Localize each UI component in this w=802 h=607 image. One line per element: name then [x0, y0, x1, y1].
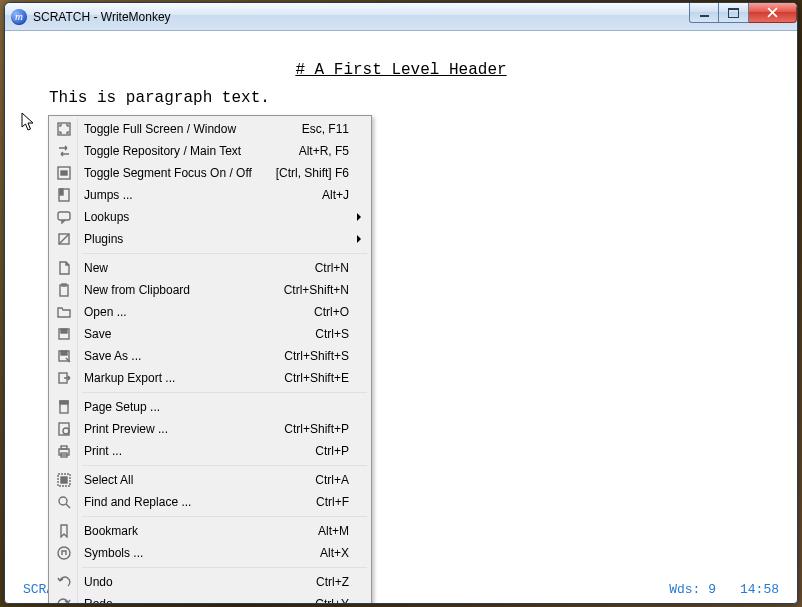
menu-item-shortcut: Ctrl+Z — [316, 575, 349, 589]
menu-item-shortcut: Ctrl+A — [315, 473, 349, 487]
menu-item-undo[interactable]: UndoCtrl+Z — [51, 571, 369, 593]
menu-separator — [82, 253, 367, 254]
menu-item-label: New from Clipboard — [84, 283, 190, 297]
menu-item-label: Find and Replace ... — [84, 495, 191, 509]
submenu-arrow-icon — [357, 235, 361, 243]
redo-icon — [56, 596, 72, 604]
menu-item-shortcut: Ctrl+N — [315, 261, 349, 275]
menu-item-label: Lookups — [84, 210, 129, 224]
menu-item-redo[interactable]: RedoCtrl+Y — [51, 593, 369, 604]
focus-icon — [56, 165, 72, 181]
app-window: m SCRATCH - WriteMonkey # A First Level … — [4, 2, 798, 604]
menu-item-save-as[interactable]: Save As ...Ctrl+Shift+S — [51, 345, 369, 367]
close-button[interactable] — [749, 3, 797, 23]
search-icon — [56, 494, 72, 510]
menu-item-print[interactable]: Print ...Ctrl+P — [51, 440, 369, 462]
select-all-icon — [56, 472, 72, 488]
submenu-arrow-icon — [357, 213, 361, 221]
svg-rect-4 — [60, 189, 63, 195]
menu-item-bookmark[interactable]: BookmarkAlt+M — [51, 520, 369, 542]
menu-item-shortcut: [Ctrl, Shift] F6 — [276, 166, 349, 180]
window-title: SCRATCH - WriteMonkey — [33, 10, 171, 24]
menu-item-print-preview[interactable]: Print Preview ...Ctrl+Shift+P — [51, 418, 369, 440]
menu-item-open[interactable]: Open ...Ctrl+O — [51, 301, 369, 323]
menu-item-shortcut: Ctrl+Shift+P — [284, 422, 349, 436]
svg-rect-19 — [61, 446, 67, 449]
menu-item-label: Toggle Segment Focus On / Off — [84, 166, 252, 180]
svg-rect-2 — [61, 171, 67, 175]
menu-item-toggle-repository[interactable]: Toggle Repository / Main TextAlt+R, F5 — [51, 140, 369, 162]
menu-item-toggle-segment-focus[interactable]: Toggle Segment Focus On / Off[Ctrl, Shif… — [51, 162, 369, 184]
status-wordcount: Wds: 9 — [669, 582, 716, 597]
menu-item-label: Page Setup ... — [84, 400, 160, 414]
menu-item-jumps[interactable]: Jumps ...Alt+J — [51, 184, 369, 206]
preview-icon — [56, 421, 72, 437]
minimize-button[interactable] — [689, 3, 719, 23]
menu-item-label: Select All — [84, 473, 133, 487]
file-icon — [56, 260, 72, 276]
app-icon: m — [11, 9, 27, 25]
menu-item-find-replace[interactable]: Find and Replace ...Ctrl+F — [51, 491, 369, 513]
heading-1: # A First Level Header — [49, 61, 753, 79]
menu-item-label: Undo — [84, 575, 113, 589]
menu-item-shortcut: Esc, F11 — [302, 122, 349, 136]
menu-separator — [82, 392, 367, 393]
titlebar[interactable]: m SCRATCH - WriteMonkey — [5, 3, 797, 31]
menu-item-shortcut: Ctrl+Shift+S — [284, 349, 349, 363]
svg-rect-22 — [61, 477, 67, 483]
menu-item-new-clipboard[interactable]: New from ClipboardCtrl+Shift+N — [51, 279, 369, 301]
menu-item-label: Markup Export ... — [84, 371, 175, 385]
svg-rect-5 — [58, 212, 70, 220]
menu-item-label: Plugins — [84, 232, 123, 246]
svg-point-24 — [58, 547, 70, 559]
menu-item-label: Save — [84, 327, 111, 341]
menu-item-shortcut: Ctrl+O — [314, 305, 349, 319]
menu-item-shortcut: Ctrl+F — [316, 495, 349, 509]
menu-item-label: Toggle Repository / Main Text — [84, 144, 241, 158]
menu-item-shortcut: Ctrl+Shift+E — [284, 371, 349, 385]
svg-point-23 — [59, 497, 67, 505]
symbols-icon — [56, 545, 72, 561]
menu-separator — [82, 516, 367, 517]
undo-icon — [56, 574, 72, 590]
paragraph: This is paragraph text. — [49, 89, 753, 107]
menu-item-label: Bookmark — [84, 524, 138, 538]
menu-item-shortcut: Ctrl+P — [315, 444, 349, 458]
window-controls — [689, 3, 797, 23]
menu-item-shortcut: Alt+J — [322, 188, 349, 202]
menu-item-shortcut: Ctrl+Shift+N — [284, 283, 349, 297]
menu-item-label: Redo — [84, 597, 113, 604]
menu-item-shortcut: Alt+X — [320, 546, 349, 560]
menu-item-label: Symbols ... — [84, 546, 143, 560]
menu-item-select-all[interactable]: Select AllCtrl+A — [51, 469, 369, 491]
menu-item-lookups[interactable]: Lookups — [51, 206, 369, 228]
plugin-icon — [56, 231, 72, 247]
status-time: 14:58 — [740, 582, 779, 597]
save-as-icon — [56, 348, 72, 364]
menu-item-shortcut: Alt+M — [318, 524, 349, 538]
page-setup-icon — [56, 399, 72, 415]
folder-icon — [56, 304, 72, 320]
print-icon — [56, 443, 72, 459]
menu-item-label: Save As ... — [84, 349, 141, 363]
menu-separator — [82, 465, 367, 466]
maximize-button[interactable] — [719, 3, 749, 23]
svg-rect-10 — [61, 329, 67, 333]
menu-item-page-setup[interactable]: Page Setup ... — [51, 396, 369, 418]
menu-item-new[interactable]: NewCtrl+N — [51, 257, 369, 279]
menu-item-plugins[interactable]: Plugins — [51, 228, 369, 250]
menu-item-label: Print ... — [84, 444, 122, 458]
menu-item-save[interactable]: SaveCtrl+S — [51, 323, 369, 345]
menu-item-symbols[interactable]: Symbols ...Alt+X — [51, 542, 369, 564]
menu-item-label: Print Preview ... — [84, 422, 168, 436]
menu-item-shortcut: Ctrl+Y — [315, 597, 349, 604]
menu-item-toggle-fullscreen[interactable]: Toggle Full Screen / WindowEsc, F11 — [51, 118, 369, 140]
menu-separator — [82, 567, 367, 568]
svg-rect-15 — [60, 401, 68, 404]
svg-point-17 — [63, 428, 69, 434]
menu-item-label: Jumps ... — [84, 188, 133, 202]
context-menu: Toggle Full Screen / WindowEsc, F11Toggl… — [48, 115, 372, 604]
svg-rect-12 — [61, 351, 67, 355]
menu-item-markup-export[interactable]: Markup Export ...Ctrl+Shift+E — [51, 367, 369, 389]
export-icon — [56, 370, 72, 386]
